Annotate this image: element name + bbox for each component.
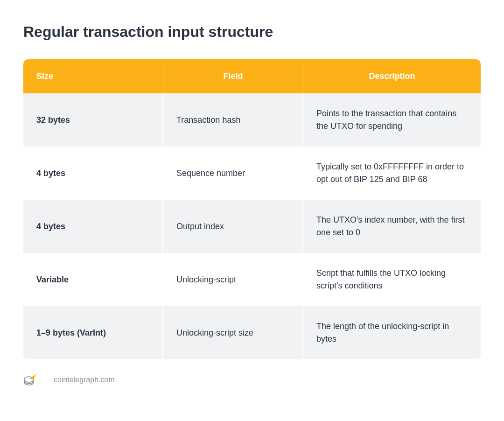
cointelegraph-logo-icon bbox=[23, 373, 38, 386]
cell-size: 4 bytes bbox=[23, 200, 163, 253]
header-size: Size bbox=[23, 59, 163, 93]
footer-divider bbox=[46, 374, 46, 386]
header-field: Field bbox=[163, 59, 303, 93]
header-description: Description bbox=[303, 59, 481, 93]
cell-description: The UTXO's index number, with the first … bbox=[303, 200, 481, 253]
cell-field: Unlocking-script bbox=[163, 253, 303, 306]
table-header-row: Size Field Description bbox=[23, 59, 481, 93]
table-row: 4 bytes Output index The UTXO's index nu… bbox=[23, 200, 481, 253]
cell-description: Typically set to 0xFFFFFFFF in order to … bbox=[303, 147, 481, 200]
cell-field: Sequence number bbox=[163, 147, 303, 200]
cell-size: 32 bytes bbox=[23, 93, 163, 147]
footer: cointelegraph.com bbox=[23, 373, 481, 386]
table-row: 32 bytes Transaction hash Points to the … bbox=[23, 93, 481, 147]
cell-size: Variable bbox=[23, 253, 163, 306]
cell-field: Output index bbox=[163, 200, 303, 253]
table-row: 4 bytes Sequence number Typically set to… bbox=[23, 147, 481, 200]
footer-site-label: cointelegraph.com bbox=[54, 376, 115, 384]
page-title: Regular transaction input structure bbox=[23, 23, 481, 41]
cell-field: Unlocking-script size bbox=[163, 306, 303, 359]
cell-field: Transaction hash bbox=[163, 93, 303, 147]
cell-size: 4 bytes bbox=[23, 147, 163, 200]
input-structure-table: Size Field Description 32 bytes Transact… bbox=[23, 59, 481, 359]
cell-description: The length of the unlocking-script in by… bbox=[303, 306, 481, 359]
cell-description: Points to the transaction that contains … bbox=[303, 93, 481, 147]
cell-size: 1–9 bytes (VarInt) bbox=[23, 306, 163, 359]
table-row: Variable Unlocking-script Script that fu… bbox=[23, 253, 481, 306]
table-row: 1–9 bytes (VarInt) Unlocking-script size… bbox=[23, 306, 481, 359]
cell-description: Script that fulfills the UTXO locking sc… bbox=[303, 253, 481, 306]
